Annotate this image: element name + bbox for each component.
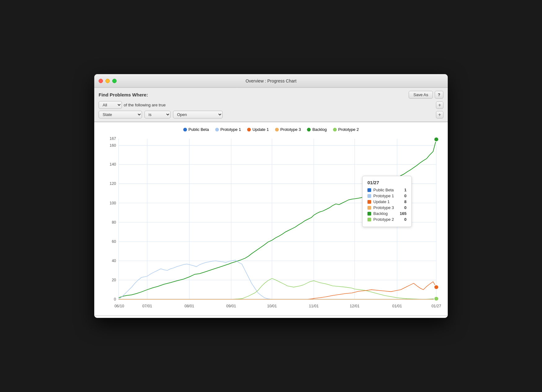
prototype2-end-dot <box>434 296 439 301</box>
tooltip-date: 01/27 <box>367 180 406 185</box>
legend-dot-public-beta <box>183 128 187 131</box>
svg-text:09/01: 09/01 <box>226 304 236 308</box>
filter-row-state: State is is not Open Closed + <box>99 111 443 118</box>
svg-text:06/10: 06/10 <box>114 304 124 308</box>
tooltip-swatch-public-beta <box>367 188 371 192</box>
legend: Public Beta Prototype 1 Update 1 Prototy… <box>99 127 443 132</box>
chart-container: Public Beta Prototype 1 Update 1 Prototy… <box>94 122 448 318</box>
update1-line <box>119 282 436 299</box>
svg-text:12/01: 12/01 <box>350 304 359 308</box>
legend-item-prototype2: Prototype 2 <box>333 127 359 132</box>
legend-dot-prototype2 <box>333 128 337 131</box>
save-as-button[interactable]: Save As <box>409 91 433 99</box>
svg-text:11/01: 11/01 <box>309 304 318 308</box>
legend-label-backlog: Backlog <box>312 127 327 132</box>
chart-area[interactable]: .grid-line { stroke: #d8e4f0; stroke-wid… <box>99 136 443 315</box>
svg-text:120: 120 <box>109 182 116 186</box>
find-problems-label: Find Problems Where: <box>99 92 148 97</box>
state-operator-dropdown[interactable]: is is not <box>144 111 171 118</box>
tooltip-row-prototype2: Prototype 2 0 <box>367 217 406 222</box>
state-field-dropdown[interactable]: State <box>99 111 142 118</box>
close-button[interactable] <box>99 79 103 83</box>
tooltip-label-prototype2: Prototype 2 <box>373 217 394 222</box>
minimize-button[interactable] <box>105 79 110 83</box>
legend-item-backlog: Backlog <box>307 127 327 132</box>
svg-text:01/27: 01/27 <box>431 304 441 308</box>
prototype1-line <box>119 260 436 299</box>
tooltip-row-update1: Update 1 8 <box>367 199 406 204</box>
add-filter-button[interactable]: + <box>436 101 443 109</box>
tooltip-value-prototype3: 0 <box>404 205 406 210</box>
prototype2-line <box>119 278 436 299</box>
svg-text:80: 80 <box>112 220 116 225</box>
legend-label-prototype3: Prototype 3 <box>280 127 301 132</box>
toolbar: Find Problems Where: Save As ? All Any o… <box>94 88 448 122</box>
legend-item-update1: Update 1 <box>247 127 269 132</box>
help-button[interactable]: ? <box>435 91 443 99</box>
svg-text:160: 160 <box>109 143 116 148</box>
tooltip-label-update1: Update 1 <box>373 199 390 204</box>
tooltip-swatch-update1 <box>367 200 371 204</box>
legend-dot-backlog <box>307 128 311 131</box>
tooltip: 01/27 Public Beta 1 Prototype 1 0 <box>362 176 412 227</box>
tooltip-row-backlog: Backlog 165 <box>367 211 406 216</box>
window-bottom <box>94 315 448 318</box>
legend-item-prototype3: Prototype 3 <box>275 127 301 132</box>
tooltip-swatch-backlog <box>367 212 371 216</box>
svg-text:20: 20 <box>112 278 116 282</box>
tooltip-value-update1: 8 <box>404 199 406 204</box>
svg-text:60: 60 <box>112 239 116 244</box>
tooltip-swatch-prototype1 <box>367 194 371 198</box>
svg-text:100: 100 <box>109 201 116 205</box>
filter-text: of the following are true <box>124 103 166 107</box>
maximize-button[interactable] <box>112 79 117 83</box>
tooltip-value-public-beta: 1 <box>404 188 406 192</box>
svg-text:10/01: 10/01 <box>267 304 277 308</box>
toolbar-top: Find Problems Where: Save As ? <box>99 91 443 99</box>
tooltip-value-prototype1: 0 <box>404 194 406 198</box>
tooltip-row-prototype3: Prototype 3 0 <box>367 205 406 210</box>
tooltip-swatch-prototype2 <box>367 218 371 221</box>
legend-dot-prototype1 <box>215 128 219 131</box>
tooltip-value-backlog: 165 <box>400 211 406 216</box>
tooltip-label-prototype1: Prototype 1 <box>373 194 394 198</box>
legend-dot-prototype3 <box>275 128 279 131</box>
traffic-lights <box>99 79 117 83</box>
titlebar: Overview : Progress Chart <box>94 74 448 88</box>
svg-text:08/01: 08/01 <box>184 304 194 308</box>
svg-text:07/01: 07/01 <box>142 304 152 308</box>
legend-label-prototype1: Prototype 1 <box>220 127 241 132</box>
tooltip-label-backlog: Backlog <box>373 211 388 216</box>
backlog-end-dot <box>434 137 439 142</box>
tooltip-label-public-beta: Public Beta <box>373 188 394 192</box>
svg-text:0: 0 <box>114 297 116 301</box>
state-value-dropdown[interactable]: Open Closed <box>173 111 223 118</box>
window-title: Overview : Progress Chart <box>246 78 296 83</box>
tooltip-value-prototype2: 0 <box>404 217 406 222</box>
conjunction-dropdown[interactable]: All Any <box>99 101 122 109</box>
update1-end-dot <box>434 285 439 290</box>
svg-text:140: 140 <box>109 162 116 167</box>
tooltip-row-public-beta: Public Beta 1 <box>367 188 406 192</box>
svg-text:01/01: 01/01 <box>392 304 402 308</box>
legend-label-public-beta: Public Beta <box>189 127 209 132</box>
main-window: Overview : Progress Chart Find Problems … <box>94 74 448 318</box>
tooltip-label-prototype3: Prototype 3 <box>373 205 394 210</box>
filter-row-left: All Any of the following are true <box>99 101 166 109</box>
toolbar-right: Save As ? <box>409 91 443 99</box>
svg-text:167: 167 <box>109 137 116 141</box>
legend-label-update1: Update 1 <box>252 127 269 132</box>
legend-label-prototype2: Prototype 2 <box>338 127 359 132</box>
filter-row-conjunction: All Any of the following are true + <box>99 101 443 109</box>
tooltip-swatch-prototype3 <box>367 206 371 210</box>
legend-dot-update1 <box>247 128 251 131</box>
tooltip-row-prototype1: Prototype 1 0 <box>367 194 406 198</box>
add-condition-button[interactable]: + <box>436 111 443 118</box>
chart-inner: Public Beta Prototype 1 Update 1 Prototy… <box>94 122 448 315</box>
svg-text:40: 40 <box>112 259 116 263</box>
legend-item-prototype1: Prototype 1 <box>215 127 241 132</box>
legend-item-public-beta: Public Beta <box>183 127 209 132</box>
